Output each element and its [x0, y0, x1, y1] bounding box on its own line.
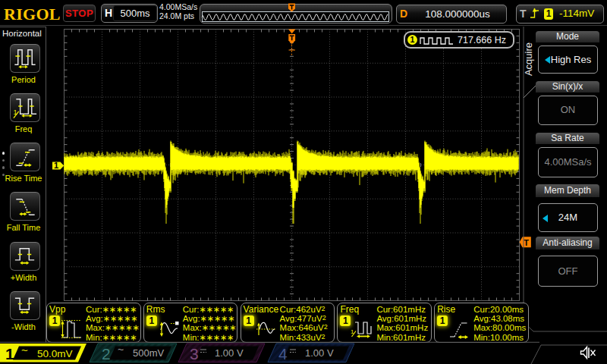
- svg-text:1.00 V: 1.00 V: [215, 347, 244, 359]
- svg-text:500mV: 500mV: [133, 347, 165, 359]
- svg-text:4: 4: [278, 345, 288, 362]
- svg-text:~: ~: [21, 344, 28, 356]
- svg-text:1.00 V: 1.00 V: [305, 347, 334, 359]
- svg-text:1: 1: [5, 345, 14, 362]
- svg-text:1: 1: [54, 161, 58, 170]
- svg-text:1: 1: [13, 108, 17, 116]
- svg-text:~: ~: [118, 344, 124, 356]
- svg-text:50.0mV: 50.0mV: [37, 348, 73, 359]
- svg-text:2: 2: [102, 345, 111, 362]
- svg-text:3: 3: [190, 345, 199, 362]
